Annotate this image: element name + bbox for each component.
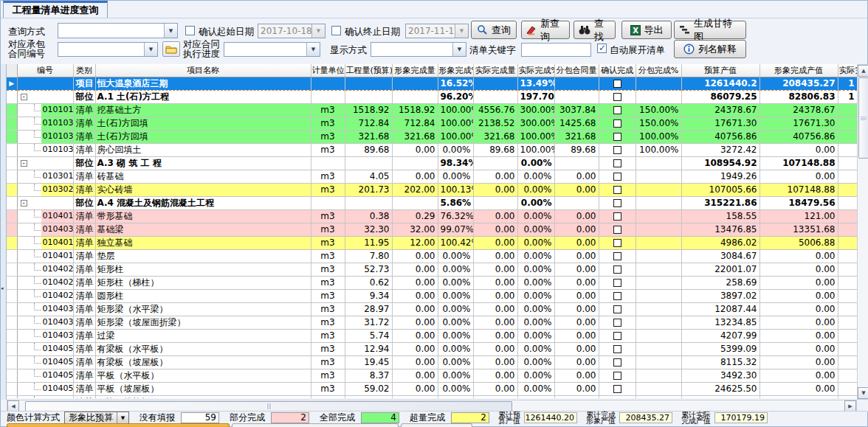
- contract-number-combobox[interactable]: ▼: [58, 42, 158, 57]
- chevron-down-icon[interactable]: ▼: [452, 43, 466, 56]
- table-row[interactable]: 010301清单砖基础m34.050.000.00%0.000.00%0.001…: [7, 170, 857, 183]
- column-header[interactable]: 分包合同量: [554, 64, 599, 77]
- confirm-checkbox[interactable]: [613, 332, 621, 340]
- confirm-checkbox[interactable]: [613, 226, 621, 234]
- find-button[interactable]: 查找: [574, 21, 616, 39]
- column-header[interactable]: 工程量(预算): [345, 64, 392, 77]
- column-header[interactable]: 计量单位: [311, 64, 345, 77]
- table-row[interactable]: 010402清单圆形柱m39.340.000.00%0.000.00%0.003…: [7, 289, 857, 302]
- confirm-checkbox[interactable]: [613, 80, 621, 88]
- table-row[interactable]: 010401清单垫层m37.800.000.00%0.000.00%0.0030…: [7, 249, 857, 263]
- confirm-checkbox[interactable]: [613, 292, 621, 300]
- scroll-up-button[interactable]: ▲: [858, 65, 868, 77]
- confirm-checkbox[interactable]: [613, 385, 621, 393]
- horizontal-scroll-thumb[interactable]: [25, 401, 512, 412]
- vertical-scroll-thumb[interactable]: [858, 77, 868, 159]
- table-row[interactable]: ▶项目恒大温泉酒店三期16.52%13.49%1261440.2208435.2…: [7, 77, 857, 90]
- color-mode-combobox[interactable]: 形象比预算 ▼: [64, 412, 129, 424]
- export-button[interactable]: X 导出: [621, 21, 672, 39]
- table-row[interactable]: 010101清单挖基础土方m31518.921518.92100.00%4556…: [7, 103, 857, 117]
- confirm-checkbox[interactable]: [613, 358, 621, 367]
- table-row[interactable]: 010403清单过梁m35.740.000.00%0.000.00%0.0042…: [7, 329, 857, 342]
- confirm-checkbox[interactable]: [613, 199, 621, 207]
- column-header[interactable]: 分包完成%: [636, 64, 681, 77]
- confirm-checkbox[interactable]: [613, 186, 621, 194]
- table-row[interactable]: 010402清单矩形柱m352.730.000.00%0.000.00%0.00…: [7, 263, 857, 276]
- horizontal-scrollbar[interactable]: ◀ ▶: [7, 400, 857, 412]
- table-row[interactable]: 010405清单有梁板（坡屋板）m319.450.000.00%0.000.00…: [7, 355, 857, 369]
- confirm-checkbox[interactable]: [613, 252, 621, 260]
- column-header[interactable]: 形象完成产值: [760, 64, 838, 77]
- confirm-checkbox[interactable]: [613, 265, 621, 274]
- confirm-checkbox[interactable]: [613, 239, 621, 247]
- column-header[interactable]: 确认完成: [599, 64, 636, 77]
- column-header[interactable]: 形象完成量: [392, 64, 438, 77]
- collapse-box-icon[interactable]: -: [21, 160, 27, 167]
- table-row[interactable]: 010401清单独立基础m311.9512.00100.42%0.000.00%…: [7, 236, 857, 249]
- query-button[interactable]: 查询: [471, 21, 517, 39]
- scroll-down-button[interactable]: ▼: [858, 387, 868, 399]
- table-row[interactable]: 010405清单有梁板（水平板）m312.940.000.00%0.000.00…: [7, 342, 857, 355]
- table-row[interactable]: -部位A.3 砌 筑 工 程98.34%0.00%108954.92107148…: [7, 156, 857, 170]
- confirm-checkbox[interactable]: [613, 93, 621, 101]
- column-header[interactable]: 项目名称: [95, 64, 311, 77]
- auto-expand-checkbox[interactable]: [597, 44, 607, 53]
- collapse-left-icon[interactable]: ◂: [1, 285, 4, 291]
- confirm-checkbox[interactable]: [613, 106, 621, 114]
- confirm-checkbox[interactable]: [613, 133, 621, 141]
- table-row[interactable]: 010403清单矩形梁（水平梁）m328.970.000.00%0.000.00…: [7, 302, 857, 316]
- keyword-input[interactable]: [521, 43, 591, 57]
- confirm-checkbox[interactable]: [613, 146, 621, 154]
- column-header[interactable]: 形象完成%: [438, 64, 473, 77]
- chevron-down-icon[interactable]: ▼: [164, 24, 177, 38]
- confirm-checkbox[interactable]: [613, 279, 621, 287]
- end-date-picker[interactable]: 2017-11-17 ▼: [405, 24, 469, 38]
- bottom-tab-3[interactable]: [401, 423, 472, 427]
- table-row[interactable]: 010103清单土(石)方回填m3712.84712.84100.00%2138…: [7, 117, 857, 130]
- confirm-checkbox[interactable]: [613, 372, 621, 380]
- table-row[interactable]: 010103清单房心回填土m389.680.000.00%89.68100.00…: [7, 143, 857, 156]
- confirm-checkbox[interactable]: [613, 119, 621, 128]
- query-mode-combobox[interactable]: ▼: [58, 23, 178, 38]
- collapse-box-icon[interactable]: -: [21, 94, 27, 100]
- confirm-checkbox[interactable]: [613, 173, 621, 181]
- confirm-checkbox[interactable]: [613, 345, 621, 353]
- column-header[interactable]: 实际完成产值: [838, 64, 857, 77]
- column-header[interactable]: 编号: [17, 64, 73, 77]
- start-date-checkbox[interactable]: [185, 26, 195, 35]
- column-header[interactable]: 预算产值: [681, 64, 760, 77]
- tab-quantity-progress-query[interactable]: 工程量清单进度查询: [3, 1, 108, 18]
- bottom-tab-2[interactable]: [232, 423, 399, 427]
- column-header[interactable]: 实际完成量: [473, 64, 517, 77]
- confirm-checkbox[interactable]: [613, 319, 621, 327]
- generate-gantt-button[interactable]: 生成甘特图: [674, 21, 746, 39]
- table-row[interactable]: 010401清单带形基础m30.380.2976.32%0.000.00%0.0…: [7, 209, 857, 223]
- contract-progress-combobox[interactable]: ▼: [224, 42, 320, 57]
- column-help-button[interactable]: 列名解释: [674, 40, 746, 58]
- start-date-picker[interactable]: 2017-10-18 ▼: [258, 24, 326, 38]
- confirm-checkbox[interactable]: [613, 159, 621, 167]
- chevron-down-icon[interactable]: ▼: [306, 43, 320, 56]
- table-row[interactable]: 010402清单矩形柱（梯柱）m30.620.000.00%0.000.00%0…: [7, 276, 857, 289]
- left-splitter[interactable]: ◂: [1, 64, 7, 400]
- table-row[interactable]: 010405清单平板（坡屋板）m359.020.000.00%0.000.00%…: [7, 382, 857, 395]
- table-row[interactable]: 010103清单土(石)方回填m3321.68321.68100.00%321.…: [7, 130, 857, 143]
- table-row[interactable]: 010403清单矩形梁（坡屋面折梁）m331.720.000.00%0.000.…: [7, 316, 857, 329]
- collapse-box-icon[interactable]: -: [21, 200, 27, 206]
- confirm-checkbox[interactable]: [613, 305, 621, 313]
- column-header[interactable]: 实际完成%: [517, 64, 554, 77]
- column-header[interactable]: 类别: [73, 64, 95, 77]
- confirm-checkbox[interactable]: [613, 212, 621, 221]
- chevron-down-icon[interactable]: ▼: [144, 43, 157, 56]
- new-query-button[interactable]: 新查询: [521, 21, 570, 39]
- end-date-checkbox[interactable]: [331, 26, 341, 35]
- open-folder-button[interactable]: [162, 41, 180, 57]
- table-row[interactable]: 010403清单基础梁m332.3032.0099.07%0.000.00%0.…: [7, 223, 857, 236]
- vertical-scrollbar[interactable]: ▲ ▼: [857, 64, 868, 400]
- chevron-down-icon[interactable]: ▼: [311, 24, 325, 38]
- bottom-tab-active[interactable]: [7, 423, 230, 427]
- table-row[interactable]: 010302清单实心砖墙m3201.73202.00100.13%0.000.0…: [7, 183, 857, 196]
- table-row[interactable]: 010405清单平板（水平板）m38.370.000.00%0.000.00%0…: [7, 369, 857, 382]
- table-row[interactable]: 010405清单天沟、挑檐板m319.400.000.00%0.000.00%0…: [7, 395, 857, 398]
- table-row[interactable]: -部位A.1 土(石)方工程96.20%197.70%86079.2582806…: [7, 90, 857, 103]
